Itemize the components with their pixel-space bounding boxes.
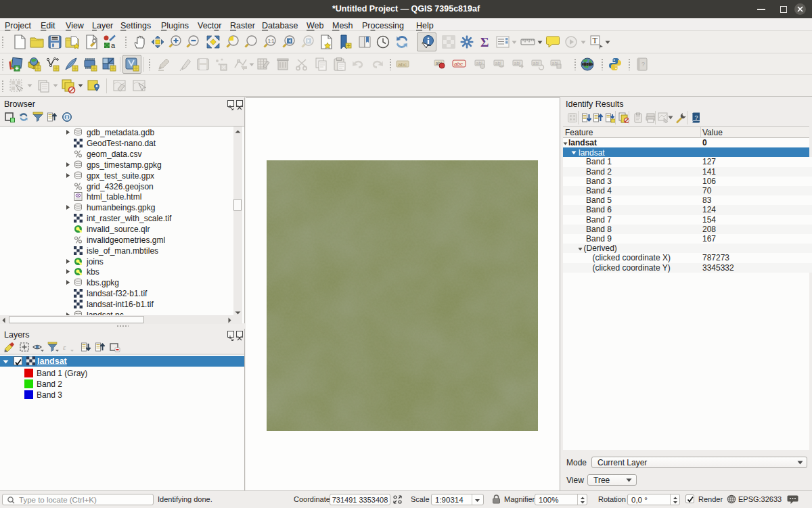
svg-text:abc: abc — [454, 61, 463, 67]
svg-text:1:1: 1:1 — [268, 39, 274, 43]
svg-text:Σ: Σ — [480, 35, 489, 49]
svg-text:abl: abl — [514, 61, 521, 66]
svg-text:?: ? — [695, 114, 698, 121]
svg-text:ε: ε — [63, 343, 66, 351]
svg-text:T: T — [593, 36, 598, 45]
svg-text:?: ? — [641, 61, 645, 68]
svg-text:a: a — [111, 41, 116, 49]
svg-text:abc: abc — [398, 62, 407, 68]
svg-text:abl: abl — [495, 61, 502, 66]
svg-text:abl: abl — [533, 61, 540, 66]
